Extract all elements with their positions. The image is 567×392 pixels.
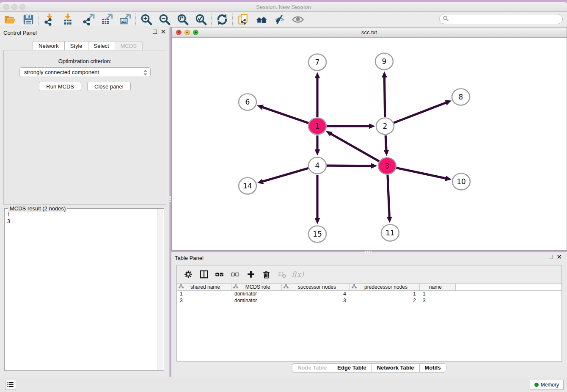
close-panel-button[interactable]: Close panel <box>87 82 131 91</box>
float-panel-icon[interactable] <box>153 30 157 34</box>
save-icon[interactable] <box>19 12 37 27</box>
zoom-in-icon[interactable] <box>137 12 155 27</box>
home-icon[interactable] <box>252 12 270 27</box>
node-1[interactable]: 1 <box>308 118 326 135</box>
export-network-icon[interactable] <box>80 12 98 27</box>
search-box[interactable] <box>439 14 563 24</box>
node-4[interactable]: 4 <box>308 157 326 174</box>
tab-network-table[interactable]: Network Table <box>372 363 419 373</box>
close-table-panel-icon[interactable]: ✕ <box>556 255 562 259</box>
cell-successor-nodes[interactable]: 3 <box>282 298 350 304</box>
import-network-icon[interactable] <box>40 12 58 27</box>
refresh-icon[interactable] <box>213 12 231 27</box>
float-table-panel-icon[interactable] <box>549 255 553 259</box>
table-row[interactable]: 3dominator323 <box>177 298 561 304</box>
node-6[interactable]: 6 <box>239 94 256 110</box>
close-panel-icon[interactable]: ✕ <box>160 30 166 34</box>
tab-edge-table[interactable]: Edge Table <box>332 363 371 373</box>
destroy-table-icon[interactable] <box>274 267 290 282</box>
list-icon <box>7 381 14 389</box>
edge-4-3[interactable] <box>327 166 372 166</box>
memory-button[interactable]: Memory <box>530 380 564 390</box>
node-8[interactable]: 8 <box>452 89 470 105</box>
mcds-result-text[interactable]: 1 3 <box>6 210 157 370</box>
node-table-container: f(x) shared nameMCDS rolesuccessor nodes… <box>176 265 562 362</box>
table-panel: Table Panel ✕ f(x) shared nameMCDS roles… <box>171 252 567 377</box>
toolbar-separator <box>211 14 212 25</box>
node-9[interactable]: 9 <box>375 53 393 70</box>
search-input[interactable] <box>449 15 562 23</box>
toolbar-separator <box>232 14 233 25</box>
run-mcds-button[interactable]: Run MCDS <box>39 82 81 91</box>
cell-MCDS-role[interactable]: dominator <box>231 298 282 304</box>
hide-details-icon[interactable] <box>270 12 289 27</box>
export-table-icon[interactable] <box>98 12 116 27</box>
column-header-shared-name[interactable]: shared name <box>177 284 231 290</box>
tab-select[interactable]: Select <box>88 41 115 50</box>
cell-predecessor-nodes[interactable]: 1 <box>350 291 420 298</box>
column-header-name[interactable]: name <box>420 284 456 290</box>
column-label: shared name <box>184 284 231 290</box>
node-15[interactable]: 15 <box>308 226 326 243</box>
tab-node-table[interactable]: Node Table <box>292 363 332 373</box>
cell-predecessor-nodes[interactable]: 2 <box>350 298 420 304</box>
result-scrollbar[interactable] <box>157 209 163 370</box>
tab-network[interactable]: Network <box>33 41 64 50</box>
task-history-button[interactable] <box>5 380 16 390</box>
deselect-all-icon[interactable] <box>227 267 243 282</box>
svg-text:7: 7 <box>315 58 320 66</box>
zoom-selected-icon[interactable] <box>192 12 210 27</box>
delete-row-icon[interactable] <box>259 267 274 282</box>
edge-1-6[interactable] <box>262 107 308 123</box>
cell-successor-nodes[interactable]: 4 <box>282 291 350 298</box>
column-layout-icon[interactable] <box>196 267 212 282</box>
cell-shared-name[interactable]: 3 <box>177 298 231 304</box>
add-row-icon[interactable] <box>243 267 259 282</box>
table-row[interactable]: 1dominator411 <box>177 291 561 298</box>
svg-text:11: 11 <box>385 229 395 237</box>
network-canvas[interactable]: 7968124314101511 <box>172 38 567 250</box>
import-table-icon[interactable] <box>58 12 77 27</box>
column-header-predecessor-nodes[interactable]: predecessor nodes <box>350 284 420 290</box>
edge-2-8[interactable] <box>394 102 446 123</box>
tab-style[interactable]: Style <box>64 41 88 50</box>
svg-text:4: 4 <box>315 161 320 170</box>
column-header-successor-nodes[interactable]: successor nodes <box>282 284 350 290</box>
node-11[interactable]: 11 <box>381 225 399 241</box>
toolbar-separator <box>39 14 39 25</box>
criterion-dropdown[interactable]: strongly connected component <box>19 67 151 77</box>
select-all-icon[interactable] <box>212 267 227 282</box>
edge-3-10[interactable] <box>396 168 446 179</box>
network-window-titlebar[interactable]: × − + scc.txt <box>172 28 567 38</box>
edge-3-11[interactable] <box>388 175 389 217</box>
node-2[interactable]: 2 <box>376 118 394 135</box>
settings-icon[interactable] <box>180 267 196 282</box>
zoom-out-icon[interactable] <box>155 12 173 27</box>
cell-MCDS-role[interactable]: dominator <box>231 291 282 298</box>
column-tree-icon <box>284 284 289 290</box>
node-7[interactable]: 7 <box>308 54 326 71</box>
edge-4-14[interactable] <box>263 168 308 182</box>
node-10[interactable]: 10 <box>452 174 470 190</box>
cell-name[interactable]: 3 <box>420 298 456 304</box>
function-builder-icon[interactable]: f(x) <box>292 270 304 279</box>
tab-motifs[interactable]: Motifs <box>419 363 446 373</box>
network-title: scc.txt <box>172 29 567 36</box>
zoom-fit-icon[interactable] <box>173 12 192 27</box>
cell-shared-name[interactable]: 1 <box>177 291 231 298</box>
control-panel-tabs: NetworkStyleSelectMCDS <box>33 41 143 50</box>
show-details-icon[interactable] <box>289 12 307 27</box>
node-14[interactable]: 14 <box>239 178 256 194</box>
edge-3-1[interactable] <box>331 134 379 161</box>
copy-network-icon[interactable] <box>234 12 252 27</box>
edge-2-9[interactable] <box>384 77 385 117</box>
node-3[interactable]: 3 <box>378 158 396 174</box>
tab-mcds[interactable]: MCDS <box>115 41 143 50</box>
column-header-MCDS-role[interactable]: MCDS role <box>231 284 282 290</box>
edge-2-3[interactable] <box>385 135 386 150</box>
export-image-icon[interactable] <box>116 12 134 27</box>
vertical-splitter-handle[interactable] <box>169 196 171 203</box>
open-folder-icon[interactable] <box>1 12 19 27</box>
cell-name[interactable]: 1 <box>420 291 456 298</box>
svg-text:10: 10 <box>457 177 466 186</box>
